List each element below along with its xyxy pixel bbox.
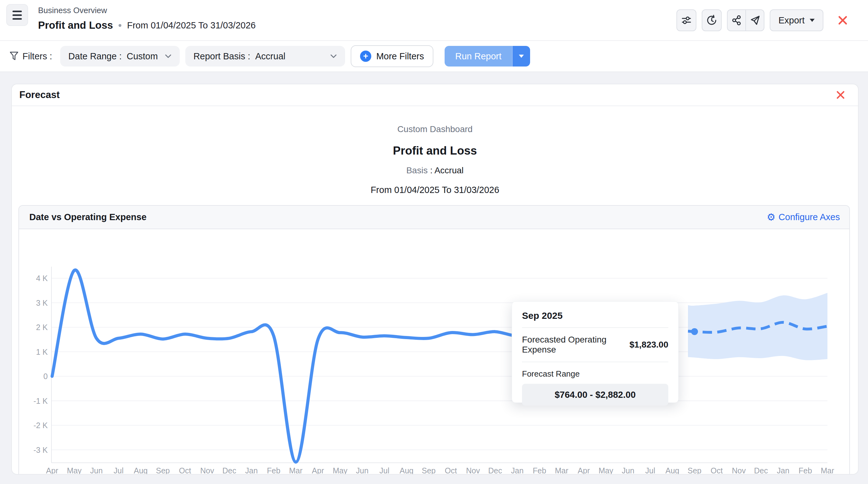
svg-text:Oct: Oct [179,466,191,475]
run-report-split-button: Run Report [444,46,530,66]
svg-text:Jun: Jun [622,466,634,475]
svg-text:May: May [598,466,613,475]
chart-title: Date vs Operating Expense [29,212,147,222]
run-report-button[interactable]: Run Report [444,46,512,66]
svg-text:-1 K: -1 K [33,397,48,405]
close-report-button[interactable] [836,14,849,27]
svg-text:-3 K: -3 K [33,446,48,454]
report-basis-dropdown[interactable]: Report Basis : Accrual [185,46,345,66]
plus-circle-icon: + [360,51,371,62]
date-range-dropdown[interactable]: Date Range : Custom [60,46,180,66]
operating-expense-chart: 4 K3 K2 K1 K0-1 K-2 K-3 KApr2023May2023J… [19,229,849,475]
svg-text:Jul: Jul [379,466,390,475]
chevron-down-icon [165,54,172,58]
svg-text:Jan: Jan [245,466,258,475]
run-report-dropdown[interactable] [512,46,530,66]
dashboard-subtitle: Custom Dashboard [12,124,858,134]
svg-text:Nov: Nov [466,466,480,475]
svg-text:Sep: Sep [156,466,170,475]
svg-text:Mar: Mar [555,466,568,475]
svg-text:Feb: Feb [799,466,812,475]
send-button[interactable] [745,10,764,31]
share-send-group [727,9,765,31]
forecast-panel: Forecast Custom Dashboard Profit and Los… [11,84,859,475]
sliders-icon [681,15,692,26]
svg-text:Mar: Mar [820,466,834,475]
svg-text:Apr: Apr [46,466,58,475]
page-title: Profit and Loss [38,19,113,31]
svg-text:0: 0 [43,372,48,381]
svg-text:Jul: Jul [114,466,124,475]
chevron-down-icon [810,19,815,22]
svg-text:Feb: Feb [267,466,280,475]
tooltip-metric-value: $1,823.00 [629,340,668,350]
filters-bar: Filters : Date Range : Custom Report Bas… [0,41,868,72]
share-button[interactable] [727,10,745,31]
title-date-range: From 01/04/2025 To 31/03/2026 [127,20,255,31]
svg-text:Dec: Dec [754,466,768,475]
svg-text:Aug: Aug [134,466,148,475]
hamburger-menu-button[interactable] [6,4,28,26]
top-actions: Export [676,9,849,31]
customize-report-button[interactable] [676,9,696,31]
svg-text:Aug: Aug [665,466,679,475]
close-icon [836,90,845,99]
send-icon [750,15,761,26]
share-icon [731,15,742,26]
filters-label: Filters : [9,51,52,61]
tooltip-range-value: $764.00 - $2,882.00 [522,384,668,406]
refresh-history-button[interactable] [702,9,722,31]
chart-card: Date vs Operating Expense ⚙ Configure Ax… [19,205,850,475]
close-icon [837,15,848,26]
svg-text:-2 K: -2 K [33,421,48,430]
forecast-panel-header: Forecast [12,84,858,106]
svg-text:4 K: 4 K [36,274,48,283]
svg-text:May: May [333,466,348,475]
svg-text:Nov: Nov [200,466,214,475]
tooltip-metric-row: Forecasted Operating Expense $1,823.00 [522,328,668,362]
svg-text:Dec: Dec [222,466,236,475]
forecast-title: Forecast [19,89,60,101]
basis-value: Accrual [434,166,463,175]
configure-axes-link[interactable]: ⚙ Configure Axes [767,212,840,222]
refresh-history-icon [706,15,717,26]
tooltip-metric-label: Forecasted Operating Expense [522,335,622,355]
chart-tooltip: Sep 2025 Forecasted Operating Expense $1… [512,301,679,403]
report-basis-value: Accrual [255,51,285,61]
svg-text:Mar: Mar [289,466,302,475]
title-row: Profit and Loss From 01/04/2025 To 31/03… [38,19,255,31]
gear-icon: ⚙ [767,212,776,222]
dot-separator-icon [119,24,121,27]
export-button[interactable]: Export [770,9,824,31]
svg-text:Dec: Dec [488,466,502,475]
report-period: From 01/04/2025 To 31/03/2026 [12,185,858,195]
export-label: Export [778,15,805,26]
svg-text:Jul: Jul [645,466,655,475]
chevron-down-icon [519,55,524,58]
svg-text:1 K: 1 K [36,347,48,356]
svg-text:2 K: 2 K [36,323,48,332]
svg-text:Jan: Jan [511,466,524,475]
tooltip-month: Sep 2025 [522,310,668,328]
report-heading-block: Custom Dashboard Profit and Loss Basis :… [12,106,858,195]
svg-text:Sep: Sep [688,466,702,475]
tooltip-range-label: Forecast Range [522,369,668,379]
svg-text:Oct: Oct [711,466,723,475]
svg-text:Jun: Jun [90,466,103,475]
chevron-down-icon [330,54,337,58]
date-range-label: Date Range : [68,51,122,61]
svg-text:Oct: Oct [445,466,457,475]
report-basis-label: Report Basis : [193,51,250,61]
chart-card-header: Date vs Operating Expense ⚙ Configure Ax… [19,206,849,229]
report-title: Profit and Loss [12,144,858,158]
svg-text:3 K: 3 K [36,298,48,307]
svg-text:Feb: Feb [533,466,546,475]
svg-text:Sep: Sep [422,466,436,475]
breadcrumb: Business Overview [38,6,107,15]
close-forecast-button[interactable] [834,89,847,101]
more-filters-button[interactable]: + More Filters [351,45,433,67]
page-background: Forecast Custom Dashboard Profit and Los… [0,72,868,484]
svg-text:Apr: Apr [578,466,590,475]
basis-label: Basis [406,166,428,175]
top-bar: Business Overview Profit and Loss From 0… [0,0,868,41]
